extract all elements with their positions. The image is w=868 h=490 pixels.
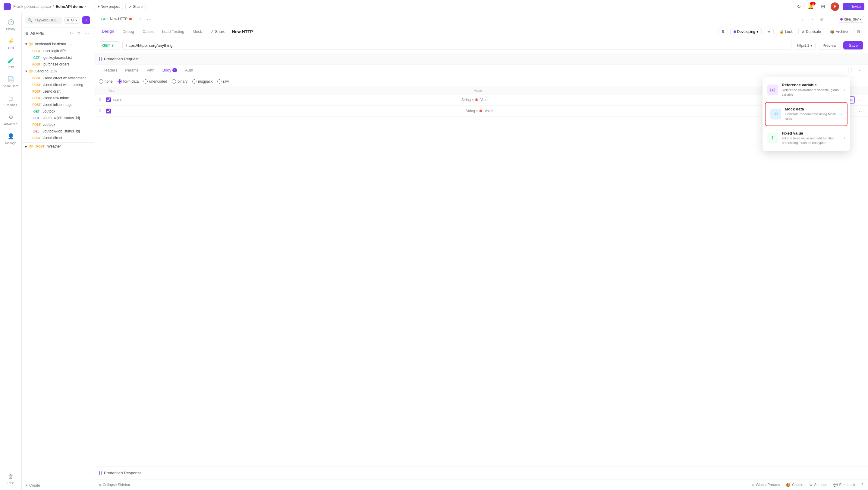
param-actions: ⋯ bbox=[856, 108, 863, 115]
preview-button[interactable]: Preview bbox=[818, 41, 841, 50]
param-key-input[interactable] bbox=[113, 98, 460, 102]
sidebar-item-history[interactable]: 🕐 History bbox=[0, 16, 22, 33]
sort-button[interactable]: ⇅ bbox=[718, 28, 728, 35]
search-input[interactable] bbox=[34, 18, 59, 22]
api-row[interactable]: POST /send direct bbox=[22, 135, 94, 141]
param-type-chevron[interactable]: ▾ bbox=[472, 98, 474, 102]
popup-item-mock-data[interactable]: ≋ Mock data Generate random data using M… bbox=[766, 103, 847, 125]
api-row[interactable]: GET get keyboardsList bbox=[22, 54, 94, 61]
save-button[interactable]: Save bbox=[843, 41, 863, 50]
new-project-button[interactable]: + New project bbox=[94, 3, 123, 10]
tab-load-testing[interactable]: Load Testing bbox=[159, 28, 187, 35]
cookie-button[interactable]: 🍪 Cookie bbox=[786, 483, 803, 487]
sidebar-item-manage[interactable]: 👤 Manage bbox=[0, 130, 22, 148]
api-row[interactable]: POST /send draft bbox=[22, 88, 94, 95]
tab-design[interactable]: Design bbox=[99, 28, 117, 35]
api-row[interactable]: DEL /outbox/{job_status_id} bbox=[22, 128, 94, 135]
env-selector[interactable]: Idea_dev ▾ bbox=[838, 16, 864, 23]
lock-button[interactable]: 🔒 Lock bbox=[776, 28, 796, 35]
radio-form-data[interactable]: form-data bbox=[118, 79, 138, 84]
help-button[interactable]: ? bbox=[861, 483, 863, 487]
sidebar-item-tests[interactable]: 🧪 Tests bbox=[0, 54, 22, 71]
popup-item-fixed-value[interactable]: T Fixed value Fill in a fixed value and … bbox=[763, 127, 850, 149]
settings-panel-button[interactable]: ⚙ bbox=[76, 30, 82, 36]
folder-sending[interactable]: ▾ 📁 Sending (10) bbox=[22, 67, 94, 75]
param-more-button[interactable]: ⋯ bbox=[856, 108, 863, 115]
sidebar-item-trash[interactable]: 🗑 Trash bbox=[0, 470, 22, 488]
expand-button[interactable]: ⛶ bbox=[846, 67, 854, 74]
invite-button[interactable]: 👤 Invite bbox=[843, 3, 864, 10]
create-row[interactable]: + Create bbox=[22, 481, 94, 490]
tab-sidebar-icon[interactable]: ⊢ bbox=[828, 16, 835, 23]
more-panel-button[interactable]: ⋯ bbox=[84, 30, 90, 36]
archive-button[interactable]: 📦 Archive bbox=[827, 28, 851, 35]
api-row[interactable]: PUT /outbox/{job_status_id} bbox=[22, 115, 94, 121]
settings-button[interactable]: ⚙ Settings bbox=[809, 483, 827, 487]
param-row-checkbox[interactable] bbox=[106, 109, 111, 113]
param-row-checkbox[interactable] bbox=[106, 97, 111, 102]
tab-path[interactable]: Path bbox=[143, 65, 158, 76]
api-row[interactable]: POST /outbox bbox=[22, 121, 94, 128]
add-api-button[interactable]: + bbox=[82, 16, 90, 24]
api-row[interactable]: POST user login API bbox=[22, 48, 94, 54]
duplicate-button[interactable]: ⊕ Duplicate bbox=[798, 28, 824, 35]
method-badge-post: POST bbox=[31, 62, 41, 66]
tab-prev-button[interactable]: ‹ bbox=[799, 16, 806, 23]
tab-next-button[interactable]: › bbox=[809, 16, 816, 23]
method-selector[interactable]: GET ▾ bbox=[99, 41, 120, 50]
tab-headers[interactable]: Headers bbox=[99, 65, 121, 76]
refresh-panel-button[interactable]: ↻ bbox=[68, 30, 74, 36]
folder-keyboardlist-demo[interactable]: ▾ 📁 keyboardList-demo (3) bbox=[22, 40, 94, 48]
refresh-icon[interactable]: ↻ bbox=[795, 2, 803, 11]
avatar[interactable]: F bbox=[831, 2, 839, 11]
param-more-button[interactable]: ⋯ bbox=[856, 96, 863, 104]
add-tab-button[interactable]: + bbox=[136, 15, 144, 24]
developing-button[interactable]: Developing ▾ bbox=[730, 28, 762, 35]
sort-2-button[interactable]: ⇔ bbox=[764, 28, 774, 35]
api-row[interactable]: POST /send direct with tracking bbox=[22, 82, 94, 88]
tab-settings-icon[interactable]: ⚙ bbox=[818, 16, 826, 23]
sidebar-item-share-docs[interactable]: 📄 Share Docs bbox=[0, 73, 22, 90]
tab-body[interactable]: Body 1 bbox=[159, 65, 181, 76]
tab-cases[interactable]: Cases bbox=[140, 28, 157, 35]
tab-share[interactable]: ↗ Share bbox=[207, 28, 228, 35]
all-filter-button[interactable]: All ▾ bbox=[64, 17, 80, 24]
tab-debug[interactable]: Debug bbox=[119, 28, 137, 35]
radio-binary[interactable]: binary bbox=[172, 79, 187, 84]
sidebar-item-apis[interactable]: ⚡ APIs bbox=[0, 35, 22, 53]
more-tabs-button[interactable]: ⋯ bbox=[145, 15, 153, 24]
collapse-sidebar-button[interactable]: « Collapse Sidebar bbox=[99, 483, 130, 487]
radio-raw[interactable]: raw bbox=[217, 79, 229, 84]
drag-handle[interactable]: ⠿ bbox=[99, 98, 104, 102]
url-input[interactable] bbox=[122, 41, 792, 50]
share-button[interactable]: ↗ Share bbox=[125, 3, 146, 10]
sidebar-item-advanced[interactable]: ⚙ Advanced bbox=[0, 111, 22, 128]
param-type-chevron[interactable]: ▾ bbox=[476, 109, 478, 113]
active-tab[interactable]: GET New HTTP bbox=[98, 13, 135, 25]
http-version-selector[interactable]: http/1.1 ▾ bbox=[794, 41, 815, 50]
api-row[interactable]: POST /send raw mime bbox=[22, 95, 94, 102]
api-row[interactable]: POST /send direct w/ attachment bbox=[22, 75, 94, 82]
all-apis-row[interactable]: ⊞ All APIs ↻ ⚙ ⋯ bbox=[22, 27, 94, 39]
popup-item-reference-variable[interactable]: {x} Reference variable Reference environ… bbox=[763, 79, 850, 101]
more-sub-actions-button[interactable]: ⋯ bbox=[856, 67, 863, 74]
api-row[interactable]: POST purchase orders bbox=[22, 61, 94, 67]
global-params-button[interactable]: ⊕ Global Params bbox=[752, 483, 780, 487]
radio-msgpack[interactable]: msgpack bbox=[192, 79, 213, 84]
radio-none[interactable]: none bbox=[99, 79, 113, 84]
tab-auth[interactable]: Auth bbox=[181, 65, 197, 76]
folder-weather[interactable]: ▸ 📁 POST Weather bbox=[22, 142, 94, 150]
param-key-input[interactable] bbox=[113, 109, 464, 113]
feedback-button[interactable]: 💬 Feedback bbox=[833, 483, 855, 487]
notification-icon[interactable]: 🔔 19 bbox=[807, 2, 815, 11]
radio-urlencoded[interactable]: urlencoded bbox=[144, 79, 167, 84]
more-actions-button[interactable]: ⊡ bbox=[854, 28, 863, 35]
tab-params[interactable]: Params bbox=[121, 65, 142, 76]
api-row[interactable]: GET /outbox bbox=[22, 108, 94, 115]
tab-mock[interactable]: Mock bbox=[190, 28, 205, 35]
sidebar-item-schemas[interactable]: ◻ Schemas bbox=[0, 92, 22, 110]
layout-icon[interactable]: ⊞ bbox=[818, 2, 827, 11]
drag-handle[interactable]: ⠿ bbox=[99, 109, 104, 113]
popup-item-desc: Reference environment variable, global v… bbox=[782, 88, 840, 97]
api-row[interactable]: POST /send inline image bbox=[22, 102, 94, 108]
